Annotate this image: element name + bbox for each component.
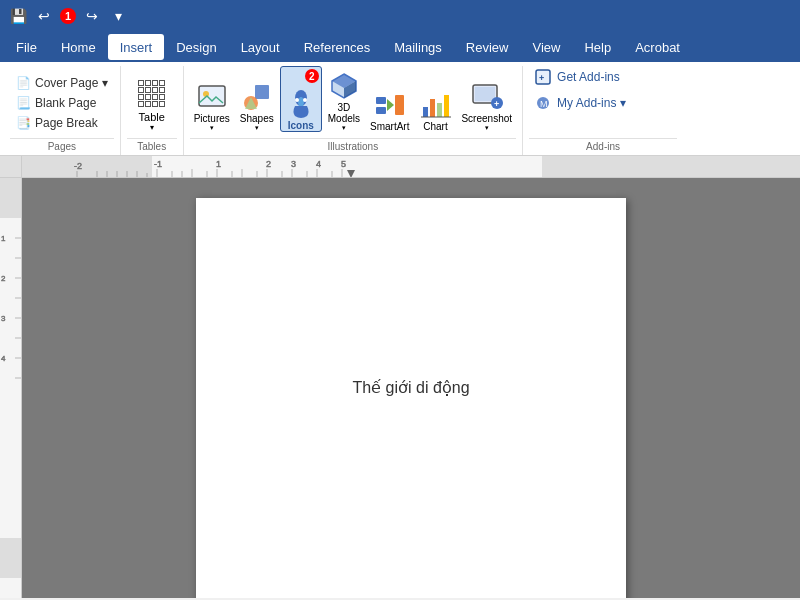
svg-rect-15 <box>395 95 404 115</box>
ruler-svg: -2 -1 1 2 <box>22 156 800 178</box>
menu-help[interactable]: Help <box>572 34 623 60</box>
svg-rect-12 <box>376 97 386 104</box>
svg-text:1: 1 <box>216 159 221 169</box>
dropdown-icon[interactable]: ▾ <box>108 6 128 26</box>
table-label: Table <box>139 111 165 123</box>
3d-models-btn[interactable]: 3D Models ▾ <box>324 66 364 132</box>
menu-review[interactable]: Review <box>454 34 521 60</box>
blank-page-btn[interactable]: 📃 Blank Page <box>10 94 114 112</box>
shapes-arrow: ▾ <box>255 124 259 132</box>
screenshot-icon: + <box>471 81 503 113</box>
ruler-area: -2 -1 1 2 <box>0 156 800 178</box>
icons-icon <box>285 88 317 120</box>
menu-bar: File Home Insert Design Layout Reference… <box>0 32 800 62</box>
page-break-btn[interactable]: 📑 Page Break <box>10 114 114 132</box>
undo-icon[interactable]: ↩ <box>34 6 54 26</box>
svg-rect-16 <box>423 107 428 117</box>
illustrations-content: Pictures ▾ Shapes ▾ <box>190 66 516 136</box>
svg-rect-31 <box>152 156 542 178</box>
get-addins-btn[interactable]: + Get Add-ins <box>529 66 626 88</box>
pictures-arrow: ▾ <box>210 124 214 132</box>
svg-text:-2: -2 <box>74 161 82 171</box>
pictures-btn[interactable]: Pictures ▾ <box>190 66 234 132</box>
pages-content: 📄 Cover Page ▾ 📃 Blank Page 📑 Page Break <box>10 66 114 136</box>
menu-layout[interactable]: Layout <box>229 34 292 60</box>
3d-models-arrow: ▾ <box>342 124 346 132</box>
svg-text:3: 3 <box>1 314 6 323</box>
menu-file[interactable]: File <box>4 34 49 60</box>
svg-text:+: + <box>494 99 499 109</box>
badge-2: 2 <box>305 69 319 83</box>
icons-label: Icons <box>288 120 314 131</box>
smartart-label: SmartArt <box>370 121 409 132</box>
svg-text:4: 4 <box>316 159 321 169</box>
get-addins-label: Get Add-ins <box>557 70 620 84</box>
ribbon: 📄 Cover Page ▾ 📃 Blank Page 📑 Page Break… <box>0 62 800 156</box>
chart-label: Chart <box>423 121 447 132</box>
pictures-icon <box>196 81 228 113</box>
svg-text:2: 2 <box>266 159 271 169</box>
svg-text:2: 2 <box>1 274 6 283</box>
menu-references[interactable]: References <box>292 34 382 60</box>
svg-rect-2 <box>255 85 269 99</box>
pages-stack: 📄 Cover Page ▾ 📃 Blank Page 📑 Page Break <box>10 74 114 132</box>
shapes-icon <box>241 81 273 113</box>
page-break-icon: 📑 <box>16 116 31 130</box>
svg-text:4: 4 <box>1 354 6 363</box>
document-area: Thế giới di động unica <box>22 178 800 598</box>
blank-page-icon: 📃 <box>16 96 31 110</box>
menu-acrobat[interactable]: Acrobat <box>623 34 692 60</box>
document-text: Thế giới di động <box>256 378 566 397</box>
my-addins-btn[interactable]: M My Add-ins ▾ <box>529 92 632 114</box>
menu-insert[interactable]: Insert <box>108 34 165 60</box>
svg-rect-0 <box>199 86 225 106</box>
icons-btn[interactable]: 2 Icons <box>280 66 322 132</box>
menu-home[interactable]: Home <box>49 34 108 60</box>
addins-group-label: Add-ins <box>529 138 677 155</box>
svg-text:M: M <box>540 99 548 109</box>
smartart-btn[interactable]: SmartArt <box>366 66 413 132</box>
screenshot-btn[interactable]: + Screenshot ▾ <box>457 66 516 132</box>
menu-mailings[interactable]: Mailings <box>382 34 454 60</box>
3d-models-sublabel: Models <box>328 113 360 124</box>
store-icon: + <box>535 69 551 85</box>
svg-rect-66 <box>0 538 22 578</box>
ribbon-group-addins: + Get Add-ins M My Add-ins ▾ Add-ins <box>523 66 683 155</box>
screenshot-label: Screenshot <box>461 113 512 124</box>
cover-page-label: Cover Page ▾ <box>35 76 108 90</box>
chart-btn[interactable]: Chart <box>415 66 455 132</box>
ribbon-group-pages: 📄 Cover Page ▾ 📃 Blank Page 📑 Page Break… <box>4 66 121 155</box>
shapes-btn[interactable]: Shapes ▾ <box>236 66 278 132</box>
svg-text:1: 1 <box>1 234 6 243</box>
table-btn[interactable]: Table ▾ <box>127 66 177 132</box>
document-page: Thế giới di động unica <box>196 198 626 598</box>
svg-marker-14 <box>387 99 394 111</box>
save-icon[interactable]: 💾 <box>8 6 28 26</box>
svg-text:3: 3 <box>291 159 296 169</box>
vertical-ruler: 1 2 3 4 <box>0 178 22 598</box>
my-addins-label: My Add-ins ▾ <box>557 96 626 110</box>
redo-icon[interactable]: ↪ <box>82 6 102 26</box>
svg-point-7 <box>295 98 299 102</box>
ribbon-group-illustrations: Pictures ▾ Shapes ▾ <box>184 66 523 155</box>
svg-rect-22 <box>475 87 495 101</box>
svg-rect-32 <box>542 156 800 178</box>
screenshot-arrow: ▾ <box>485 124 489 132</box>
vertical-ruler-svg: 1 2 3 4 <box>0 178 22 578</box>
cover-page-btn[interactable]: 📄 Cover Page ▾ <box>10 74 114 92</box>
content-area: 1 2 3 4 Thế giới di động unica <box>0 178 800 598</box>
menu-view[interactable]: View <box>520 34 572 60</box>
horizontal-ruler: -2 -1 1 2 <box>22 156 800 178</box>
illustrations-group-label: Illustrations <box>190 138 516 155</box>
svg-text:-1: -1 <box>154 159 162 169</box>
svg-rect-19 <box>444 95 449 117</box>
3d-models-icon <box>328 70 360 102</box>
svg-point-8 <box>303 98 307 102</box>
blank-page-label: Blank Page <box>35 96 96 110</box>
pages-group-label: Pages <box>10 138 114 155</box>
cover-page-icon: 📄 <box>16 76 31 90</box>
tables-group-label: Tables <box>127 138 177 155</box>
addins-content: + Get Add-ins M My Add-ins ▾ <box>529 66 677 136</box>
svg-point-6 <box>298 97 304 107</box>
menu-design[interactable]: Design <box>164 34 228 60</box>
